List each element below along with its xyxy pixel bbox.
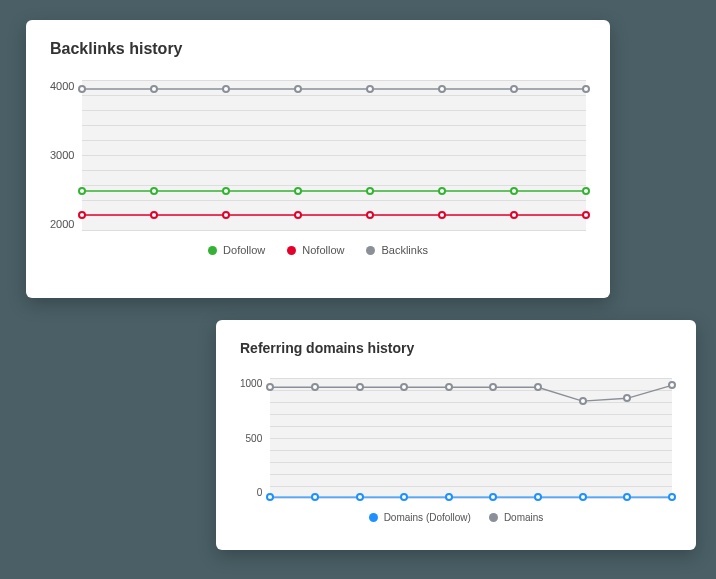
legend-label: Dofollow [223, 244, 265, 256]
data-point [510, 85, 518, 93]
legend: Domains (Dofollow)Domains [240, 512, 672, 523]
y-axis: 10005000 [240, 378, 270, 498]
chart-title: Referring domains history [240, 340, 672, 356]
legend-swatch [287, 246, 296, 255]
legend-label: Backlinks [381, 244, 427, 256]
data-point [582, 211, 590, 219]
data-point [356, 383, 364, 391]
y-tick-label: 2000 [50, 218, 74, 230]
plot-area [82, 80, 586, 230]
legend-label: Domains (Dofollow) [384, 512, 471, 523]
data-point [356, 493, 364, 501]
legend-item: Nofollow [287, 244, 344, 256]
y-tick-label: 4000 [50, 80, 74, 92]
data-point [579, 493, 587, 501]
legend-swatch [369, 513, 378, 522]
data-point [623, 493, 631, 501]
data-point [445, 493, 453, 501]
data-point [400, 493, 408, 501]
y-axis: 400030002000 [50, 80, 82, 230]
y-tick-label: 0 [257, 487, 263, 498]
data-point [582, 187, 590, 195]
legend-swatch [208, 246, 217, 255]
data-point [534, 493, 542, 501]
data-point [489, 493, 497, 501]
backlinks-history-card: Backlinks history 400030002000 DofollowN… [26, 20, 610, 298]
legend-item: Domains (Dofollow) [369, 512, 471, 523]
data-point [510, 211, 518, 219]
legend-label: Domains [504, 512, 543, 523]
data-point [445, 383, 453, 391]
data-point [311, 493, 319, 501]
data-point [266, 493, 274, 501]
series-line [270, 385, 672, 401]
legend-swatch [489, 513, 498, 522]
legend-item: Dofollow [208, 244, 265, 256]
chart-area: 10005000 [240, 378, 672, 498]
data-point [510, 187, 518, 195]
chart-title: Backlinks history [50, 40, 586, 58]
y-tick-label: 1000 [240, 378, 262, 389]
y-tick-label: 500 [246, 433, 263, 444]
y-tick-label: 3000 [50, 149, 74, 161]
data-point [579, 397, 587, 405]
referring-domains-history-card: Referring domains history 10005000 Domai… [216, 320, 696, 550]
plot-area [270, 378, 672, 498]
data-point [668, 493, 676, 501]
legend-item: Domains [489, 512, 543, 523]
legend: DofollowNofollowBacklinks [50, 244, 586, 256]
legend-item: Backlinks [366, 244, 427, 256]
data-point [668, 381, 676, 389]
data-point [582, 85, 590, 93]
legend-swatch [366, 246, 375, 255]
legend-label: Nofollow [302, 244, 344, 256]
chart-area: 400030002000 [50, 80, 586, 230]
